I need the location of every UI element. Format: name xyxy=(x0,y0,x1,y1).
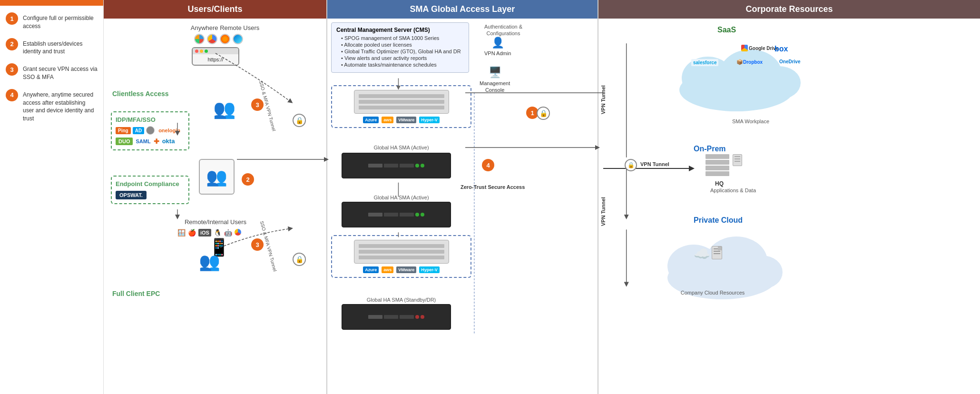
ha-active2-device xyxy=(342,202,451,227)
ha-active1-label: Global HA SMA (Active) xyxy=(331,145,471,150)
users-title-bar: Users/Clients xyxy=(104,0,326,19)
corporate-body: SaaS Google Drive box salesforce xyxy=(598,19,980,394)
hq-server xyxy=(706,154,742,176)
plus-icon: ✚ xyxy=(154,138,159,145)
ios-icon: iOS xyxy=(198,229,211,236)
people-group-top: 👥 xyxy=(213,98,235,119)
server-rack-top xyxy=(354,90,449,114)
cms-bullet-2: • Allocate pooled user licenses xyxy=(341,42,464,48)
okta-logo: okta xyxy=(161,137,176,146)
full-client-label: Full Client EPC xyxy=(112,290,160,297)
step-3-badge-bottom: 3 xyxy=(251,238,264,251)
step-4: 4 Anywhere, anytime secured access after… xyxy=(6,89,98,123)
step-1-text: Configure full or permissible access xyxy=(23,12,98,30)
idp-title: IDP/MFA/SSO xyxy=(116,116,185,123)
onedrive-logo: OneDrive xyxy=(779,59,800,64)
azure-logo: Azure xyxy=(363,117,379,123)
step-1-circle: 1 xyxy=(6,12,18,25)
cms-bullet-1: • SPOG management of SMA 1000 Series xyxy=(341,35,464,41)
vmware-logo: VMware xyxy=(396,117,416,123)
ha-standby-device xyxy=(342,304,451,330)
anywhere-remote-label: Anywhere Remote Users xyxy=(189,24,261,31)
edge-icon xyxy=(233,34,243,44)
cms-title: Central Management Server (CMS) xyxy=(336,27,464,33)
sma-title-bar: SMA Global Access Layer xyxy=(327,0,598,19)
cms-bullet-5: • Automate tasks/maintenance schedules xyxy=(341,62,464,68)
company-cloud-label: Company Cloud Resources xyxy=(675,290,751,296)
cloud-checkmark-icon: ☁️ xyxy=(694,246,710,262)
step-4-badge: 4 xyxy=(482,159,494,171)
gdrive-logo: Google Drive xyxy=(741,45,778,51)
step-2-circle: 2 xyxy=(6,38,18,50)
sma-column: SMA Global Access Layer Central Manageme… xyxy=(327,0,598,394)
step-1: 1 Configure full or permissible access xyxy=(6,12,98,30)
apple-icon: 🍎 xyxy=(188,229,196,236)
aws-logo-b: aws xyxy=(382,266,393,273)
ha-active2-label: Global HA SMA (Active) xyxy=(331,195,471,200)
users-column: Users/Clients Anywhere Remote Users xyxy=(104,0,327,394)
mgmt-console-label: ManagementConsole xyxy=(480,80,510,94)
cms-bullet-4: • View alerts and user activity reports xyxy=(341,55,464,61)
box-logo: box xyxy=(774,45,788,53)
onelogin-logo: onelogin xyxy=(157,127,182,134)
vpn-admin-label: VPN Admin xyxy=(484,50,511,56)
browser-window: https:// xyxy=(192,47,239,66)
ping-logo: Ping xyxy=(116,127,131,134)
safari-icon xyxy=(194,34,205,44)
step-3-badge-top: 3 xyxy=(251,98,264,111)
monitor-icon-mgmt: 🖥️ xyxy=(489,66,501,79)
dropbox-logo: 📦Dropbox xyxy=(736,59,763,65)
auth-config-label: Authentication &Configurations xyxy=(480,23,527,37)
vpn-tunnel-bottom-label: VPN Tunnel xyxy=(600,197,606,226)
azure-logo-b: Azure xyxy=(363,266,379,273)
idp-box: IDP/MFA/SSO Ping AD onelogin DUO SAML xyxy=(111,111,189,150)
windows-icon: 🪟 xyxy=(177,229,186,236)
applications-data-label: Applications & Data xyxy=(702,187,764,193)
people-group-bottom: 👥 xyxy=(199,252,220,272)
os-icons-row: 🪟 🍎 iOS 🐧 🤖 xyxy=(177,229,241,236)
sma-dashed-box-bottom: Azure aws VMware Hyper-V xyxy=(331,235,471,278)
hyperv-logo: Hyper-V xyxy=(419,117,440,123)
circle-logo xyxy=(146,126,155,135)
browser-icons-row xyxy=(194,34,243,44)
linux-icon: 🐧 xyxy=(214,229,222,236)
aws-logo: aws xyxy=(382,117,393,123)
mgmt-console-group: 🖥️ ManagementConsole xyxy=(480,66,510,94)
hq-label: HQ xyxy=(715,180,724,187)
vpn-arrow-svg xyxy=(598,154,703,183)
lock-icon-top: 🔒 xyxy=(293,114,306,127)
clientless-access-label: Clientless Access xyxy=(112,90,169,98)
vpn-admin-group: 👤 VPN Admin xyxy=(484,37,511,56)
corporate-title-bar: Corporate Resources xyxy=(598,0,980,19)
ha-standby-label: Global HA SMA (Standby/DR) xyxy=(331,297,471,303)
lock-vpn: 🔒 xyxy=(625,159,637,171)
endpoint-label: Endpoint Compliance xyxy=(116,180,185,187)
saas-label: SaaS xyxy=(717,26,736,34)
cloud-logos-bottom: Azure aws VMware Hyper-V xyxy=(336,266,467,273)
android-icon: 🤖 xyxy=(224,229,232,236)
on-prem-label: On-Prem xyxy=(694,145,726,153)
step-2: 2 Establish users/devices identity and t… xyxy=(6,38,98,56)
step-3: 3 Grant secure VPN access via SSO & MFA xyxy=(6,63,98,81)
svg-point-12 xyxy=(743,256,783,289)
server-rack-bottom xyxy=(354,240,449,264)
private-cloud-label: Private Cloud xyxy=(694,216,743,225)
chrome-os-icon xyxy=(235,229,241,236)
cloud-logos-top: Azure aws VMware Hyper-V xyxy=(336,117,467,123)
zero-trust-label: Zero-Trust Secure Access xyxy=(461,184,525,190)
salesforce-logo: salesforce xyxy=(691,59,718,66)
chrome-icon xyxy=(207,34,217,44)
lock-icon-bottom: 🔒 xyxy=(293,253,306,266)
hyperv-logo-b: Hyper-V xyxy=(419,266,440,273)
person-icon-vpnadmin: 👤 xyxy=(491,37,504,49)
sma-dashed-box-top: Azure aws VMware Hyper-V xyxy=(331,85,471,128)
cloud-doc-icon xyxy=(712,246,722,259)
left-panel: 1 Configure full or permissible access 2… xyxy=(0,0,104,394)
cms-bullet-3: • Global Traffic Optimizer (GTO), Global… xyxy=(341,49,464,54)
ha-active1-device xyxy=(342,153,451,178)
lock-sma-top: 🔒 xyxy=(537,107,550,120)
cms-box: Central Management Server (CMS) • SPOG m… xyxy=(331,22,469,73)
step-3-circle: 3 xyxy=(6,63,18,76)
step-2-badge: 2 xyxy=(242,173,254,186)
vmware-logo-b: VMware xyxy=(396,266,416,273)
